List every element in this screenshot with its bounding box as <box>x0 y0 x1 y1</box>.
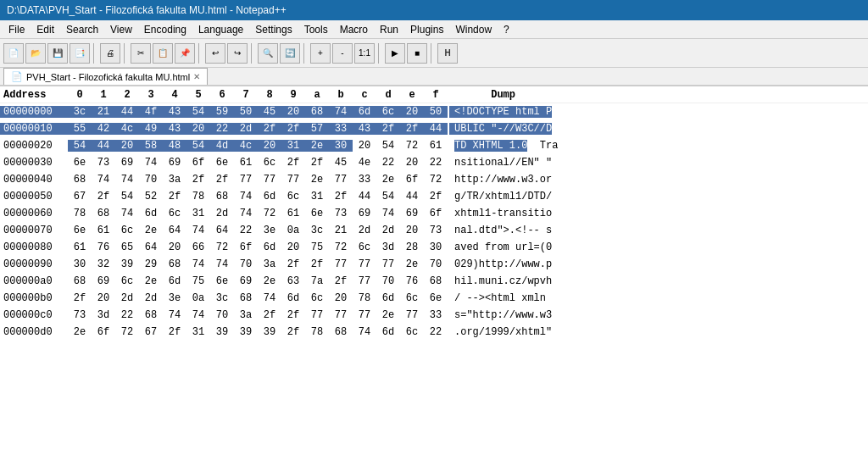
hex-cell[interactable]: 3e <box>258 225 281 236</box>
hex-cell[interactable]: 78 <box>186 191 210 203</box>
hex-cell[interactable]: 72 <box>115 326 139 338</box>
hex-cell[interactable]: 77 <box>281 174 305 186</box>
hex-cell[interactable]: 61 <box>92 225 115 236</box>
hex-cell[interactable]: 72 <box>329 241 353 253</box>
hex-cell[interactable]: 64 <box>210 225 234 236</box>
hex-cell[interactable]: 39 <box>234 326 258 338</box>
menu-window[interactable]: Window <box>450 22 497 37</box>
hex-cell[interactable]: 20 <box>281 241 305 253</box>
hex-cell[interactable]: 77 <box>258 174 281 186</box>
hex-cell[interactable]: 6f <box>186 157 210 169</box>
hex-cell[interactable]: 52 <box>139 191 163 203</box>
toolbar-saveall[interactable]: 📑 <box>70 43 90 64</box>
hex-cell[interactable]: 44 <box>424 123 448 135</box>
hex-cell[interactable]: 45 <box>329 157 353 169</box>
hex-cell[interactable]: 45 <box>258 106 281 118</box>
hex-cell[interactable]: 68 <box>68 174 92 186</box>
hex-cell[interactable]: 22 <box>424 157 448 169</box>
hex-cell[interactable]: 3d <box>92 309 115 321</box>
menu-file[interactable]: File <box>3 22 30 37</box>
hex-cell[interactable]: 2f <box>329 275 353 287</box>
hex-cell[interactable]: 77 <box>376 258 400 270</box>
hex-cell[interactable]: 6d <box>139 208 163 219</box>
toolbar-open[interactable]: 📂 <box>25 43 46 64</box>
hex-cell[interactable]: 20 <box>163 241 186 253</box>
hex-cell[interactable]: 2e <box>258 275 281 287</box>
hex-cell[interactable]: 64 <box>139 241 163 253</box>
hex-cell[interactable]: 6c <box>115 275 139 287</box>
hex-cell[interactable]: 74 <box>186 225 210 236</box>
hex-cell[interactable]: 29 <box>139 258 163 270</box>
hex-cell[interactable]: 31 <box>281 140 305 152</box>
hex-cell[interactable]: 6d <box>376 292 400 304</box>
hex-cell[interactable]: 6f <box>424 208 448 219</box>
hex-cell[interactable]: 22 <box>376 157 400 169</box>
hex-cell[interactable]: 72 <box>424 174 448 186</box>
hex-cell[interactable]: 4f <box>139 106 163 118</box>
hex-cell[interactable]: 6e <box>68 157 92 169</box>
hex-cell[interactable]: 2f <box>163 191 186 203</box>
hex-cell[interactable]: 33 <box>353 174 376 186</box>
hex-cell[interactable]: 21 <box>329 225 353 236</box>
hex-cell[interactable]: 20 <box>400 106 424 118</box>
hex-cell[interactable]: 75 <box>186 275 210 287</box>
hex-cell[interactable]: 31 <box>186 208 210 219</box>
hex-cell[interactable]: 6c <box>400 292 424 304</box>
hex-cell[interactable]: 20 <box>400 157 424 169</box>
hex-cell[interactable]: 2e <box>376 174 400 186</box>
hex-cell[interactable]: 20 <box>258 140 281 152</box>
toolbar-zoomreset[interactable]: 1:1 <box>354 43 375 64</box>
hex-cell[interactable]: 54 <box>376 191 400 203</box>
hex-cell[interactable]: 68 <box>68 275 92 287</box>
hex-cell[interactable]: 74 <box>258 292 281 304</box>
hex-cell[interactable]: 21 <box>92 106 115 118</box>
hex-cell[interactable]: 6d <box>281 292 305 304</box>
hex-cell[interactable]: 20 <box>115 140 139 152</box>
hex-cell[interactable]: 2f <box>376 123 400 135</box>
hex-cell[interactable]: 2f <box>400 123 424 135</box>
hex-cell[interactable]: 3a <box>258 258 281 270</box>
hex-cell[interactable]: 68 <box>163 258 186 270</box>
toolbar-replace[interactable]: 🔄 <box>280 43 300 64</box>
menu-language[interactable]: Language <box>193 22 248 37</box>
menu-view[interactable]: View <box>105 22 137 37</box>
hex-cell[interactable]: 54 <box>186 106 210 118</box>
hex-cell[interactable]: 77 <box>305 309 329 321</box>
tab-close-button[interactable]: ✕ <box>193 72 200 81</box>
hex-cell[interactable]: 22 <box>210 123 234 135</box>
hex-cell[interactable]: 68 <box>139 309 163 321</box>
hex-cell[interactable]: 69 <box>353 208 376 219</box>
hex-cell[interactable]: 74 <box>115 174 139 186</box>
hex-cell[interactable]: 78 <box>353 292 376 304</box>
hex-cell[interactable]: 70 <box>376 275 400 287</box>
hex-cell[interactable]: 69 <box>234 275 258 287</box>
hex-cell[interactable]: 2f <box>305 157 329 169</box>
hex-cell[interactable]: 3c <box>210 292 234 304</box>
hex-cell[interactable]: 73 <box>329 208 353 219</box>
hex-cell[interactable]: 68 <box>210 191 234 203</box>
hex-cell[interactable]: 2e <box>376 309 400 321</box>
menu-edit[interactable]: Edit <box>31 22 59 37</box>
hex-cell[interactable]: 74 <box>376 208 400 219</box>
hex-cell[interactable]: 50 <box>234 106 258 118</box>
hex-cell[interactable]: 3c <box>305 225 329 236</box>
hex-cell[interactable]: 74 <box>139 157 163 169</box>
toolbar-redo[interactable]: ↪ <box>227 43 248 64</box>
hex-cell[interactable]: 6c <box>258 157 281 169</box>
hex-cell[interactable]: 3a <box>163 174 186 186</box>
hex-cell[interactable]: 20 <box>400 225 424 236</box>
hex-cell[interactable]: 2e <box>139 275 163 287</box>
hex-cell[interactable]: 6d <box>353 106 376 118</box>
toolbar-zoomin[interactable]: + <box>310 43 331 64</box>
hex-cell[interactable]: 31 <box>186 326 210 338</box>
hex-cell[interactable]: 2e <box>400 258 424 270</box>
menu-help[interactable]: ? <box>498 22 515 37</box>
hex-cell[interactable]: 74 <box>234 208 258 219</box>
hex-cell[interactable]: 6c <box>115 225 139 236</box>
hex-cell[interactable]: 77 <box>353 258 376 270</box>
hex-cell[interactable]: 2f <box>281 258 305 270</box>
hex-cell[interactable]: 2f <box>329 191 353 203</box>
hex-cell[interactable]: 22 <box>115 309 139 321</box>
hex-cell[interactable]: 33 <box>424 309 448 321</box>
hex-cell[interactable]: 22 <box>424 326 448 338</box>
